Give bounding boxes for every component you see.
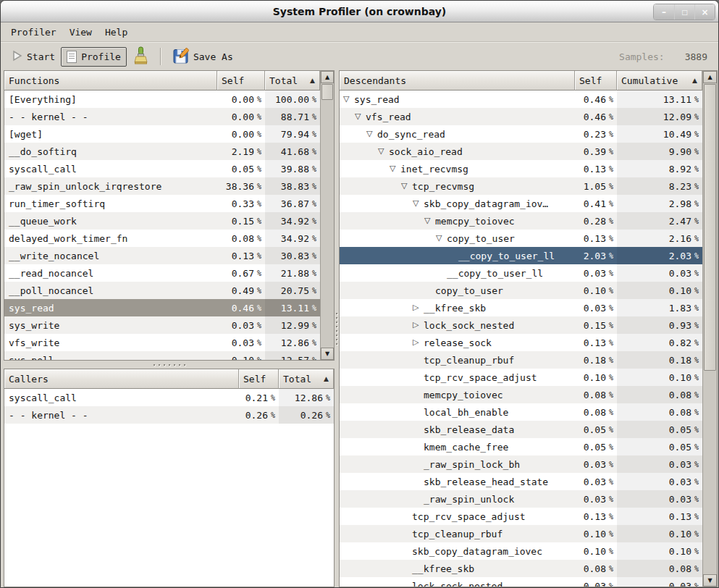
- scrollbar-thumb[interactable]: [704, 84, 716, 371]
- functions-row[interactable]: sys_write0.03%12.99%: [4, 316, 334, 334]
- functions-row[interactable]: delayed_work_timer_fn0.08%34.92%: [4, 230, 334, 247]
- descendants-row[interactable]: tcp_cleanup_rbuf0.10%0.10%: [340, 525, 717, 542]
- expander-open-icon[interactable]: ▽: [424, 212, 435, 230]
- callers-row[interactable]: - - kernel - -0.26%0.26%: [4, 406, 334, 424]
- descendants-row[interactable]: tcp_rcv_space_adjust0.10%0.10%: [340, 369, 717, 386]
- descendants-row[interactable]: ▽sys_read0.46%13.11%: [340, 91, 717, 108]
- descendants-row[interactable]: __kfree_skb0.08%0.08%: [340, 560, 717, 577]
- self-value: 0.26%: [239, 406, 279, 424]
- titlebar[interactable]: System Profiler (on crownbay) –□×: [1, 1, 718, 22]
- column-header-self[interactable]: Self: [239, 369, 279, 389]
- functions-scrollbar[interactable]: ▲ ▼: [320, 71, 334, 360]
- functions-row[interactable]: __write_nocancel0.13%30.83%: [4, 247, 334, 264]
- descendants-row[interactable]: _raw_spin_lock_bh0.03%0.03%: [340, 455, 717, 473]
- functions-row[interactable]: __poll_nocancel0.49%20.75%: [4, 282, 334, 299]
- save-as-button[interactable]: Save As: [167, 44, 239, 70]
- descendants-row[interactable]: ▽sock_aio_read0.39%9.90%: [340, 143, 717, 160]
- functions-row[interactable]: [Everything]0.00%100.00%: [4, 91, 334, 108]
- descendants-row[interactable]: kmem_cache_free0.05%0.05%: [340, 438, 717, 455]
- descendants-scrollbar[interactable]: ▲ ▼: [702, 71, 717, 587]
- column-header-functions[interactable]: Functions: [4, 71, 217, 91]
- functions-row[interactable]: sys_poll0.10%12.57%: [4, 351, 334, 360]
- function-name: local_bh_enable: [340, 403, 575, 421]
- maximize-button[interactable]: □: [674, 4, 694, 20]
- column-header-total[interactable]: Total▲: [279, 369, 334, 389]
- sort-ascending-icon: ▲: [688, 77, 697, 84]
- functions-row[interactable]: _raw_spin_unlock_irqrestore38.36%38.83%: [4, 177, 334, 195]
- descendants-row[interactable]: __copy_to_user_ll2.03%2.03%: [340, 247, 717, 264]
- functions-row[interactable]: __queue_work0.15%34.92%: [4, 212, 334, 230]
- function-name: __copy_to_user_ll: [340, 264, 575, 282]
- function-name: __do_softirq: [4, 143, 217, 160]
- functions-row[interactable]: __do_softirq2.19%41.68%: [4, 143, 334, 160]
- sorted-value: 39.88%: [265, 160, 320, 177]
- functions-row[interactable]: [wget]0.00%79.94%: [4, 125, 334, 143]
- descendants-row[interactable]: memcpy_toiovec0.08%0.08%: [340, 386, 717, 403]
- scroll-up-button[interactable]: ▲: [321, 71, 334, 83]
- column-header-total[interactable]: Total▲: [265, 71, 320, 91]
- expander-open-icon[interactable]: ▽: [436, 230, 447, 247]
- expander-closed-icon[interactable]: ▷: [413, 334, 424, 351]
- menu-item-profiler[interactable]: Profiler: [4, 25, 63, 40]
- descendants-row[interactable]: skb_release_data0.05%0.05%: [340, 421, 717, 438]
- self-value: 0.41%: [575, 195, 617, 212]
- column-header-descendants[interactable]: Descendants: [340, 71, 575, 91]
- functions-row[interactable]: run_timer_softirq0.33%36.87%: [4, 195, 334, 212]
- functions-row[interactable]: __read_nocancel0.67%21.88%: [4, 264, 334, 282]
- descendants-row[interactable]: _raw_spin_unlock0.03%0.03%: [340, 490, 717, 508]
- sorted-value: 0.05%: [617, 421, 702, 438]
- callers-row[interactable]: syscall_call0.21%12.86%: [4, 389, 334, 406]
- functions-row[interactable]: vfs_write0.03%12.86%: [4, 334, 334, 351]
- descendants-row[interactable]: local_bh_enable0.08%0.08%: [340, 403, 717, 421]
- column-header-callers[interactable]: Callers: [4, 369, 239, 389]
- expander-open-icon[interactable]: ▽: [343, 91, 354, 108]
- sorted-value: 0.08%: [617, 386, 702, 403]
- descendants-row[interactable]: ▽inet_recvmsg0.13%8.92%: [340, 160, 717, 177]
- descendants-row[interactable]: ▽tcp_recvmsg1.05%8.23%: [340, 177, 717, 195]
- descendants-row[interactable]: lock_sock_nested0.03%0.03%: [340, 577, 717, 587]
- expander-closed-icon[interactable]: ▷: [413, 316, 424, 334]
- scrollbar-thumb[interactable]: [321, 84, 333, 100]
- function-name: tcp_cleanup_rbuf: [340, 525, 575, 542]
- menu-item-help[interactable]: Help: [98, 25, 134, 40]
- descendants-row[interactable]: ▷__kfree_skb0.03%1.83%: [340, 299, 717, 316]
- descendants-row[interactable]: ▽memcpy_toiovec0.28%2.47%: [340, 212, 717, 230]
- descendants-row[interactable]: copy_to_user0.10%0.10%: [340, 282, 717, 299]
- close-button[interactable]: ×: [694, 4, 715, 20]
- scroll-up-button[interactable]: ▲: [703, 71, 717, 83]
- expander-open-icon[interactable]: ▽: [401, 177, 412, 195]
- expander-open-icon[interactable]: ▽: [390, 160, 400, 177]
- expander-open-icon[interactable]: ▽: [378, 143, 389, 160]
- descendants-row[interactable]: ▽vfs_read0.46%12.09%: [340, 108, 717, 125]
- scroll-down-button[interactable]: ▼: [321, 348, 334, 360]
- expander-open-icon[interactable]: ▽: [355, 108, 366, 125]
- descendants-row[interactable]: skb_copy_datagram_iovec0.10%0.10%: [340, 542, 717, 560]
- descendants-row[interactable]: tcp_rcv_space_adjust0.13%0.13%: [340, 508, 717, 525]
- vertical-pane-splitter[interactable]: [334, 70, 339, 587]
- column-header-cumulative[interactable]: Cumulative▲: [617, 71, 702, 91]
- descendants-row[interactable]: ▷lock_sock_nested0.15%0.93%: [340, 316, 717, 334]
- descendants-row[interactable]: ▽do_sync_read0.23%10.49%: [340, 125, 717, 143]
- minimize-button[interactable]: –: [654, 4, 674, 20]
- descendants-row[interactable]: tcp_cleanup_rbuf0.18%0.18%: [340, 351, 717, 369]
- column-header-self[interactable]: Self: [217, 71, 265, 91]
- descendants-row[interactable]: ▷release_sock0.13%0.82%: [340, 334, 717, 351]
- descendants-row[interactable]: ▽skb_copy_datagram_iov…0.41%2.98%: [340, 195, 717, 212]
- column-header-self[interactable]: Self: [575, 71, 617, 91]
- expander-open-icon[interactable]: ▽: [413, 195, 424, 212]
- descendants-row[interactable]: __copy_to_user_ll0.03%0.03%: [340, 264, 717, 282]
- functions-row[interactable]: syscall_call0.05%39.88%: [4, 160, 334, 177]
- start-button[interactable]: Start: [7, 46, 61, 67]
- functions-row[interactable]: sys_read0.46%13.11%: [4, 299, 334, 316]
- profile-toggle-button[interactable]: Profile: [61, 47, 127, 67]
- descendants-row[interactable]: ▽copy_to_user0.13%2.16%: [340, 230, 717, 247]
- scroll-down-button[interactable]: ▼: [703, 574, 717, 587]
- expander-open-icon[interactable]: ▽: [366, 125, 377, 143]
- self-value: 0.05%: [575, 438, 617, 455]
- descendants-row[interactable]: skb_release_head_state0.03%0.03%: [340, 473, 717, 490]
- menu-item-view[interactable]: View: [63, 25, 98, 40]
- horizontal-pane-splitter[interactable]: [4, 361, 335, 369]
- expander-closed-icon[interactable]: ▷: [413, 299, 424, 316]
- functions-row[interactable]: - - kernel - -0.00%88.71%: [4, 108, 334, 125]
- reset-button[interactable]: [127, 43, 154, 71]
